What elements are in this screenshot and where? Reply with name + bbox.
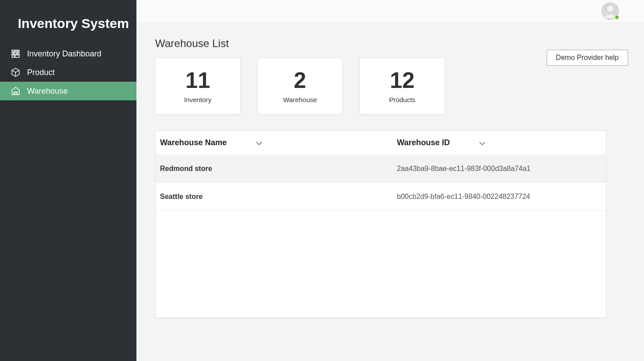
sidebar-item-product[interactable]: Product bbox=[0, 63, 136, 82]
table-row[interactable]: Redmond store 2aa43ba9-8bae-ec11-983f-00… bbox=[156, 155, 606, 183]
warehouse-table-card: Warehouse Name Warehouse ID bbox=[155, 131, 606, 318]
sidebar: Inventory System Inventory Dashboard Pro bbox=[0, 0, 136, 361]
stat-value: 12 bbox=[390, 69, 415, 91]
table-row[interactable]: Seattle store b00cb2d9-bfa6-ec11-9840-00… bbox=[156, 183, 606, 211]
column-header-label: Warehouse Name bbox=[160, 138, 227, 147]
sidebar-item-label: Product bbox=[27, 68, 55, 77]
sidebar-item-label: Warehouse bbox=[27, 87, 68, 96]
dashboard-icon bbox=[11, 49, 20, 59]
main: Warehouse List Demo Provider help 11 Inv… bbox=[136, 0, 644, 361]
stat-label: Warehouse bbox=[283, 96, 317, 103]
chevron-down-icon bbox=[479, 139, 486, 148]
presence-indicator bbox=[615, 15, 619, 20]
svg-rect-0 bbox=[12, 50, 15, 52]
svg-rect-3 bbox=[12, 52, 14, 54]
sidebar-item-warehouse[interactable]: Warehouse bbox=[0, 82, 136, 100]
topbar bbox=[136, 0, 644, 22]
svg-rect-2 bbox=[18, 50, 20, 52]
svg-rect-6 bbox=[12, 55, 15, 58]
stat-card-warehouse[interactable]: 2 Warehouse bbox=[257, 58, 343, 115]
content: Warehouse List Demo Provider help 11 Inv… bbox=[136, 22, 644, 318]
page-title: Warehouse List bbox=[155, 37, 625, 50]
svg-rect-4 bbox=[14, 52, 17, 54]
demo-provider-help-button[interactable]: Demo Provider help bbox=[547, 50, 628, 66]
column-header-warehouse-id[interactable]: Warehouse ID bbox=[392, 131, 606, 155]
box-icon bbox=[11, 67, 20, 77]
sidebar-nav: Inventory Dashboard Product Warehouse bbox=[0, 44, 136, 100]
svg-rect-5 bbox=[18, 52, 20, 54]
cell-warehouse-id: b00cb2d9-bfa6-ec11-9840-002248237724 bbox=[392, 183, 606, 211]
stat-value: 11 bbox=[185, 69, 210, 91]
user-avatar[interactable] bbox=[601, 2, 619, 20]
stat-value: 2 bbox=[294, 69, 306, 91]
stat-card-inventory[interactable]: 11 Inventory bbox=[155, 58, 240, 115]
warehouse-table: Warehouse Name Warehouse ID bbox=[156, 131, 606, 211]
svg-rect-7 bbox=[15, 55, 19, 58]
column-header-label: Warehouse ID bbox=[397, 138, 450, 147]
stats-row: 11 Inventory 2 Warehouse 12 Products bbox=[155, 58, 625, 115]
chevron-down-icon bbox=[256, 139, 263, 148]
stat-card-products[interactable]: 12 Products bbox=[360, 58, 445, 115]
svg-rect-1 bbox=[15, 50, 17, 52]
table-header-row: Warehouse Name Warehouse ID bbox=[156, 131, 606, 155]
stat-label: Products bbox=[389, 96, 415, 103]
cell-warehouse-id: 2aa43ba9-8bae-ec11-983f-000d3a8a74a1 bbox=[392, 155, 606, 183]
cell-warehouse-name: Seattle store bbox=[156, 183, 392, 211]
stat-label: Inventory bbox=[184, 96, 212, 103]
cell-warehouse-name: Redmond store bbox=[156, 155, 392, 183]
column-header-warehouse-name[interactable]: Warehouse Name bbox=[156, 131, 392, 155]
sidebar-item-label: Inventory Dashboard bbox=[27, 49, 101, 59]
sidebar-item-inventory-dashboard[interactable]: Inventory Dashboard bbox=[0, 44, 136, 63]
warehouse-icon bbox=[11, 86, 20, 96]
app-title: Inventory System bbox=[0, 0, 136, 44]
svg-point-10 bbox=[607, 6, 613, 12]
